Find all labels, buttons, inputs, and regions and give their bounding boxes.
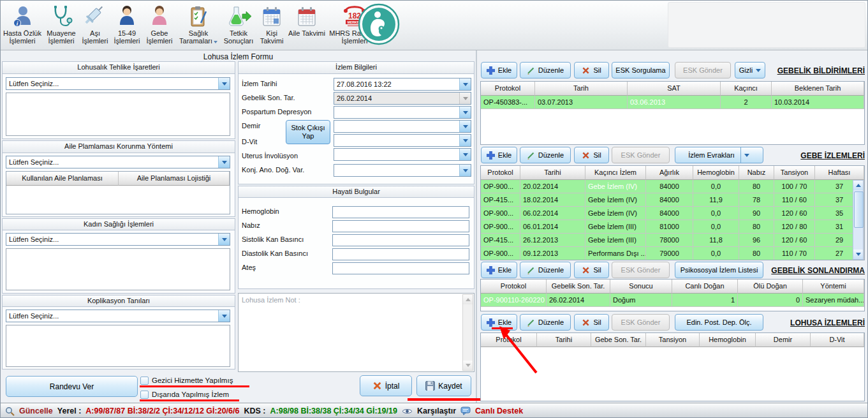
column-header[interactable]: D-Vit [811,333,864,347]
edin-post-dep-olc-button[interactable]: Edin. Post. Dep. Ölç. [675,314,763,331]
scroll-down-icon[interactable] [853,250,863,259]
cell[interactable]: 0,0 [693,207,739,220]
column-header[interactable]: Gebelik Son. Tar. [547,280,610,294]
cell[interactable]: 26.12.2013 [520,234,585,247]
column-header[interactable]: Tansiyon [646,333,700,347]
toolbar-item-kisi-takvimi[interactable]: Kişi Takvimi [256,3,288,45]
column-header[interactable]: Tarih [535,82,628,96]
karsilastir-link[interactable]: Karşılaştır [417,407,456,415]
lohusa-sil-button[interactable]: Sil [574,314,609,331]
column-header[interactable]: Kaçıncı İzlem [585,166,646,180]
column-header[interactable]: Sonucu [610,280,672,294]
cell[interactable]: 84000 [646,180,693,193]
kadin-sagligi-list[interactable] [6,248,230,290]
gebe-izlem-duzenle-button[interactable]: Düzenle [520,147,571,163]
sonlandirma-ekle-button[interactable]: Ekle [481,262,517,278]
gebelik-bildirim-ekle-button[interactable]: Ekle [481,62,517,78]
column-header[interactable]: Yöntemi [803,280,864,294]
sonlandirma-esk-gonder-button[interactable]: ESK Gönder [612,262,670,278]
chevron-down-icon[interactable] [218,310,230,322]
chevron-down-icon[interactable] [459,165,471,176]
cell[interactable]: 120 / 60 [774,207,815,220]
sonlandirma-duzenle-button[interactable]: Düzenle [520,262,571,278]
column-header[interactable]: Protokol [481,280,547,294]
cell[interactable]: OP-900... [481,207,520,220]
tehlike-list[interactable] [6,93,230,136]
kaydet-button[interactable]: Kaydet [416,375,471,396]
cell[interactable]: Gebe İzlem (IV) [585,180,646,193]
column-header[interactable]: Tarihi [520,166,585,180]
cell[interactable]: 10.03.2014 [772,96,864,109]
table-row[interactable]: OP-415...18.02.2014Gebe İzlem (IV)840001… [481,193,864,207]
chevron-down-icon[interactable] [218,78,230,89]
column-header[interactable]: Ağırlık [646,166,693,180]
hemoglobin-field[interactable] [332,206,469,218]
cell[interactable]: 18.02.2014 [520,193,585,207]
table-row[interactable]: OP-900...20.02.2014Gebe İzlem (IV)840000… [481,180,864,193]
scrollbar-thumb[interactable] [854,191,864,228]
cell[interactable]: OP-900110-260220 [481,294,547,307]
column-header[interactable]: Canlı Doğan [672,280,738,294]
esk-gonder-button[interactable]: ESK Gönder [675,62,731,78]
chevron-down-icon[interactable] [740,147,753,163]
cell[interactable]: Gebe İzlem (IV) [585,193,646,207]
cell[interactable]: Gebe İzlem (III) [585,220,646,234]
toolbar-item-saglik-taramalari[interactable]: Sağlık Taramaları [175,3,221,45]
esk-sorgulama-button[interactable]: ESK Sorgulama [612,62,670,78]
cell[interactable]: Doğum [610,294,672,307]
cell[interactable]: 120 / 80 [774,220,815,234]
cell[interactable]: 96 [739,234,774,247]
table-row[interactable]: OP-900...06.02.2014Gebe İzlem (IV)840000… [481,207,864,220]
gebe-izlemleri-scrollbar[interactable] [853,180,864,260]
izlem-evraklari-button[interactable]: İzlem Evrakları [675,147,763,163]
cell[interactable]: 110 / 60 [774,193,815,207]
eye-icon[interactable] [402,408,413,415]
column-header[interactable]: Demir [756,333,811,347]
demir-combo[interactable] [334,120,471,133]
cell[interactable]: 09.12.2013 [520,247,585,260]
gebe-izlem-sil-button[interactable]: Sil [574,147,609,163]
gebelik-bildirim-duzenle-button[interactable]: Düzenle [520,62,571,78]
cell[interactable]: Gebe İzlem (III) [585,234,646,247]
gebelik-bildirim-sil-button[interactable]: Sil [574,62,609,78]
chevron-down-icon[interactable] [459,78,471,90]
column-header[interactable]: Aile Planlaması Lojistiği [119,172,230,186]
column-header[interactable]: Protokol [481,82,535,96]
toolbar-item-hasta-ozluk[interactable]: i Hasta Özlük İşlemleri [2,3,43,45]
lohusa-esk-gonder-button[interactable]: ESK Gönder [612,314,670,331]
column-header[interactable]: Ölü Doğan [738,280,803,294]
column-header[interactable]: Gebe Son. Tar. [591,333,646,347]
toolbar-item-tetkik[interactable]: Tetkik Sonuçları [221,3,256,45]
table-row[interactable]: OP-900110-26022026.02.2014Doğum10Sezarye… [481,294,864,307]
izlem-tarihi-combo[interactable]: 27.08.2016 13:22 [334,78,471,91]
cell[interactable]: OP-900... [481,247,520,260]
nabiz-field[interactable] [332,220,469,232]
cell[interactable]: 84000 [646,207,693,220]
cell[interactable]: 81000 [646,220,693,234]
cell[interactable]: 79000 [646,247,693,260]
cell[interactable]: 03.06.2013 [628,96,721,109]
cell[interactable]: 90 [739,207,774,220]
cell[interactable]: 78 [739,193,774,207]
scroll-up-icon[interactable] [853,181,863,190]
chevron-down-icon[interactable] [459,107,471,118]
column-header[interactable]: Nabız [739,166,774,180]
cell[interactable]: 80 [739,180,774,193]
chevron-down-icon[interactable] [459,121,471,132]
chevron-down-icon[interactable] [459,149,471,160]
disarida-yapilmis-checkbox[interactable] [140,391,149,399]
column-header[interactable]: Hemoglobin [700,333,756,347]
table-row[interactable]: OP-415...26.12.2013Gebe İzlem (III)78000… [481,234,864,247]
cell[interactable]: OP-415... [481,234,520,247]
scroll-down-icon[interactable] [463,361,473,370]
konj-ano-dog-var-combo[interactable] [334,164,471,177]
sonlandirma-sil-button[interactable]: Sil [574,262,609,278]
cell[interactable]: 0 [738,294,803,307]
uterus-involusyon-combo[interactable] [334,148,471,161]
cell[interactable]: 100 / 70 [774,180,815,193]
stok-cikisi-yap-button[interactable]: Stok Çıkışı Yap [286,120,330,144]
magnifier-icon[interactable] [5,407,15,416]
guncelle-link[interactable]: Güncelle [19,407,53,415]
chevron-down-icon[interactable] [459,135,471,146]
toolbar-item-asi[interactable]: Aşı İşlemleri [80,3,110,45]
